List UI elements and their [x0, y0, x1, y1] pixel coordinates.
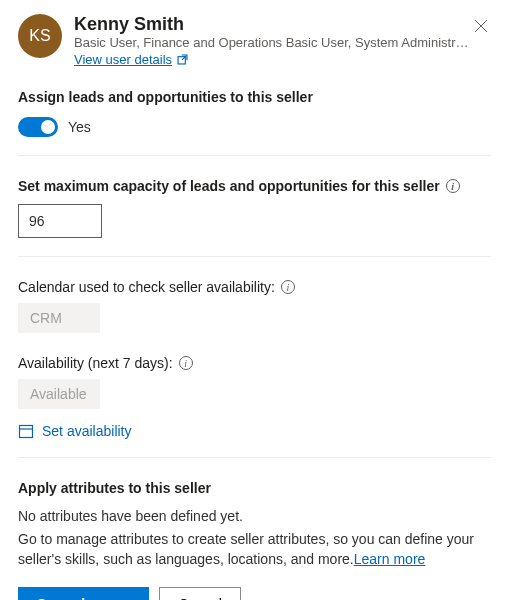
avatar: KS	[18, 14, 62, 58]
info-icon[interactable]: i	[179, 356, 193, 370]
capacity-label: Set maximum capacity of leads and opport…	[18, 178, 440, 194]
user-roles: Basic User, Finance and Operations Basic…	[74, 35, 484, 50]
panel-header: KS Kenny Smith Basic User, Finance and O…	[18, 14, 491, 67]
calendar-label: Calendar used to check seller availabili…	[18, 279, 275, 295]
info-icon[interactable]: i	[446, 179, 460, 193]
save-button[interactable]: Save changes	[18, 587, 149, 600]
assign-label: Assign leads and opportunities to this s…	[18, 89, 491, 105]
availability-label-row: Availability (next 7 days): i	[18, 355, 491, 371]
view-user-details-link[interactable]: View user details	[74, 52, 189, 67]
calendar-label-row: Calendar used to check seller availabili…	[18, 279, 491, 295]
toggle-knob	[41, 120, 55, 134]
assign-toggle-row: Yes	[18, 117, 491, 137]
calendar-icon	[18, 423, 34, 439]
set-availability-label: Set availability	[42, 423, 132, 439]
user-name: Kenny Smith	[74, 14, 491, 35]
svg-rect-3	[20, 426, 33, 438]
calendar-value: CRM	[18, 303, 100, 333]
footer: Save changes Cancel	[18, 587, 491, 600]
learn-more-link[interactable]: Learn more	[354, 551, 426, 567]
set-availability-link[interactable]: Set availability	[18, 423, 491, 439]
cancel-button[interactable]: Cancel	[159, 587, 241, 600]
divider	[18, 457, 491, 458]
close-icon	[474, 19, 488, 33]
assign-toggle[interactable]	[18, 117, 58, 137]
attributes-help-text: Go to manage attributes to create seller…	[18, 530, 491, 569]
header-text-block: Kenny Smith Basic User, Finance and Oper…	[74, 14, 491, 67]
assign-toggle-text: Yes	[68, 119, 91, 135]
capacity-label-row: Set maximum capacity of leads and opport…	[18, 178, 491, 194]
avatar-initials: KS	[29, 27, 50, 45]
attributes-label: Apply attributes to this seller	[18, 480, 491, 496]
close-button[interactable]	[471, 16, 491, 36]
attributes-none-text: No attributes have been defined yet.	[18, 508, 491, 524]
availability-value: Available	[18, 379, 100, 409]
capacity-input[interactable]	[18, 204, 102, 238]
availability-label: Availability (next 7 days):	[18, 355, 173, 371]
external-link-icon	[176, 53, 189, 66]
divider	[18, 155, 491, 156]
info-icon[interactable]: i	[281, 280, 295, 294]
view-user-details-label: View user details	[74, 52, 172, 67]
divider	[18, 256, 491, 257]
